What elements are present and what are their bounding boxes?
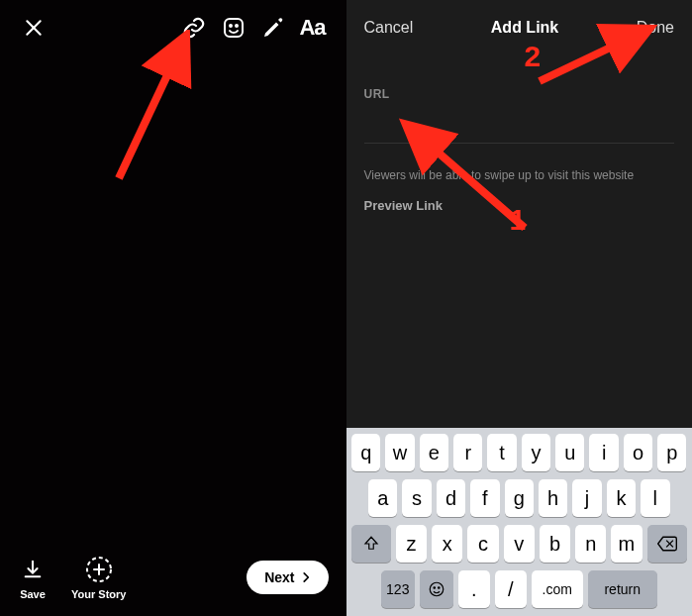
cancel-button[interactable]: Cancel (364, 19, 414, 37)
key-t[interactable]: t (487, 434, 516, 471)
story-top-toolbar: Aa (0, 0, 346, 55)
key-dotcom[interactable]: .com (532, 570, 583, 608)
key-f[interactable]: f (470, 479, 499, 517)
save-button[interactable]: Save (18, 555, 48, 600)
key-a[interactable]: a (368, 479, 397, 517)
key-y[interactable]: y (522, 434, 550, 471)
key-u[interactable]: u (555, 434, 584, 471)
key-e[interactable]: e (420, 434, 448, 471)
close-button[interactable] (14, 8, 53, 48)
svg-point-14 (430, 582, 444, 596)
save-label: Save (20, 588, 46, 600)
draw-icon (261, 16, 285, 40)
svg-point-3 (230, 25, 232, 27)
key-slash[interactable]: / (495, 570, 527, 608)
key-m[interactable]: m (611, 525, 642, 563)
key-x[interactable]: x (432, 525, 462, 563)
chevron-right-icon (299, 570, 313, 584)
shift-icon (362, 535, 380, 553)
url-section-label: URL (364, 87, 390, 101)
key-d[interactable]: d (437, 479, 465, 517)
keyboard-row-3: z x c v b n m (349, 525, 690, 563)
screen-title: Add Link (491, 19, 558, 37)
sticker-button[interactable] (214, 8, 253, 48)
svg-point-15 (434, 587, 436, 589)
key-p[interactable]: p (657, 434, 686, 471)
your-story-icon (85, 556, 113, 583)
text-button[interactable]: Aa (293, 8, 333, 48)
story-editor-screen: Aa Save Your Story Next (0, 0, 346, 616)
key-123[interactable]: 123 (381, 570, 415, 608)
key-n[interactable]: n (575, 525, 606, 563)
key-h[interactable]: h (539, 479, 567, 517)
annotation-number-1: 1 (510, 203, 527, 237)
key-backspace[interactable] (647, 525, 687, 563)
download-icon (22, 559, 44, 580)
key-shift[interactable] (351, 525, 391, 563)
key-c[interactable]: c (467, 525, 498, 563)
key-i[interactable]: i (589, 434, 618, 471)
backspace-icon (656, 535, 678, 553)
swipe-up-info-text: Viewers will be able to swipe up to visi… (364, 168, 675, 182)
svg-point-16 (438, 587, 440, 589)
next-button[interactable]: Next (247, 561, 328, 594)
key-k[interactable]: k (607, 479, 636, 517)
svg-line-11 (119, 42, 183, 178)
key-s[interactable]: s (402, 479, 431, 517)
key-l[interactable]: l (641, 479, 669, 517)
link-button[interactable] (174, 8, 214, 48)
emoji-icon (428, 580, 445, 598)
keyboard-row-1: q w e r t y u i o p (349, 434, 690, 471)
link-icon (182, 16, 206, 40)
key-dot[interactable]: . (458, 570, 490, 608)
key-o[interactable]: o (624, 434, 652, 471)
svg-rect-2 (225, 19, 243, 37)
keyboard-row-2: a s d f g h j k l (349, 479, 690, 517)
url-input[interactable] (364, 104, 675, 144)
ios-keyboard: q w e r t y u i o p a s d f g h j k l z (346, 428, 693, 616)
svg-point-4 (236, 25, 238, 27)
key-return[interactable]: return (588, 570, 657, 608)
your-story-label: Your Story (71, 588, 126, 600)
key-z[interactable]: z (396, 525, 427, 563)
done-button[interactable]: Done (637, 19, 674, 37)
close-icon (24, 18, 44, 38)
your-story-button[interactable]: Your Story (71, 555, 126, 600)
key-v[interactable]: v (504, 525, 535, 563)
draw-button[interactable] (253, 8, 293, 48)
key-r[interactable]: r (453, 434, 482, 471)
key-w[interactable]: w (385, 434, 414, 471)
add-link-header: Cancel Add Link Done (346, 0, 693, 55)
key-q[interactable]: q (351, 434, 380, 471)
keyboard-row-4: 123 . / .com return (349, 570, 690, 608)
add-link-screen: Cancel Add Link Done URL Viewers will be… (346, 0, 693, 616)
key-j[interactable]: j (572, 479, 601, 517)
key-b[interactable]: b (540, 525, 570, 563)
next-label: Next (264, 569, 294, 585)
preview-link-button[interactable]: Preview Link (364, 198, 443, 213)
key-emoji[interactable] (420, 570, 453, 608)
key-g[interactable]: g (505, 479, 534, 517)
story-bottom-toolbar: Save Your Story Next (0, 555, 346, 600)
sticker-icon (222, 16, 246, 40)
